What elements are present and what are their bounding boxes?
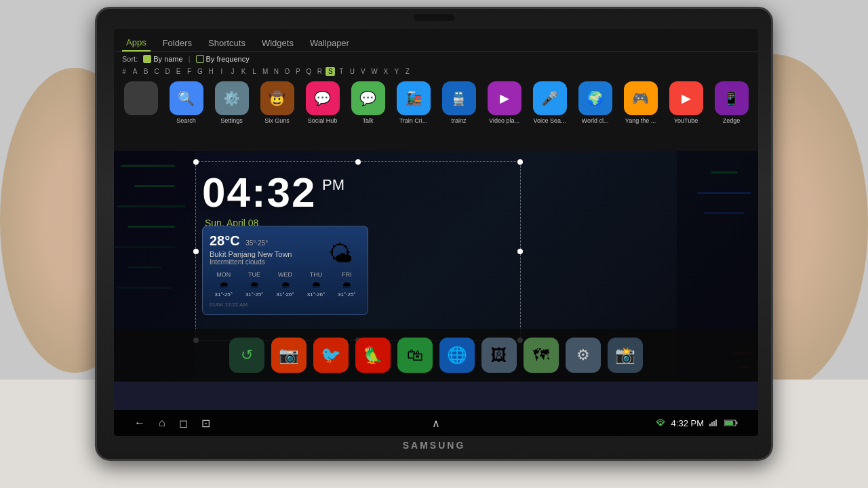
nav-back-icon[interactable]: ← xyxy=(134,417,145,429)
clock-ampm: PM xyxy=(322,176,344,194)
app-search[interactable]: 🔍 Search xyxy=(165,81,208,124)
alpha-q[interactable]: Q xyxy=(304,67,313,76)
nav-screenshot-icon[interactable]: ⊡ xyxy=(201,417,210,430)
dock-browser[interactable]: 🌐 xyxy=(439,338,475,373)
dock-gallery[interactable]: 🖼 xyxy=(481,338,517,373)
alpha-u[interactable]: U xyxy=(347,67,357,76)
sort-label: Sort: xyxy=(122,55,138,63)
svg-rect-3 xyxy=(715,420,717,426)
alpha-o[interactable]: O xyxy=(282,67,292,76)
weather-temp: 28°C xyxy=(210,233,240,248)
dock-nav[interactable]: ↺ xyxy=(229,338,264,373)
alpha-l[interactable]: L xyxy=(250,67,259,76)
resize-handle-ml[interactable] xyxy=(193,249,199,254)
alpha-f[interactable]: F xyxy=(184,67,194,76)
app-trainz-label: trainz xyxy=(451,117,466,124)
alpha-w[interactable]: W xyxy=(369,67,379,76)
alpha-x[interactable]: X xyxy=(381,67,391,76)
app-voicesearch-label: Voice Sea... xyxy=(533,117,566,124)
alpha-y[interactable]: Y xyxy=(392,67,401,76)
alpha-t[interactable]: T xyxy=(336,67,346,76)
app-yang[interactable]: 🎮 Yang the ... xyxy=(619,81,662,124)
dock-camera2[interactable]: 📸 xyxy=(608,338,643,373)
app-talk[interactable]: 💬 Talk xyxy=(347,81,389,124)
app-sixguns[interactable]: 🤠 Six Guns xyxy=(256,81,298,124)
weather-widget[interactable]: 28°C 35°·25° Bukit Panjang New Town Inte… xyxy=(202,226,368,315)
app-socialhub-label: Social Hub xyxy=(308,117,338,124)
app-worldclock[interactable]: 🌍 World cl... xyxy=(574,81,616,124)
forecast-mon-icon: 🌧 xyxy=(219,279,229,290)
tab-shortcuts[interactable]: Shortcuts xyxy=(204,35,250,51)
nav-recent-icon[interactable]: ◻ xyxy=(179,417,188,430)
resize-handle-tr[interactable] xyxy=(517,159,523,165)
dock-maps[interactable]: 🗺 xyxy=(524,338,559,373)
app-settings[interactable]: ⚙️ Settings xyxy=(210,81,253,124)
alpha-j[interactable]: J xyxy=(228,67,237,76)
dock-camera[interactable]: 📷 xyxy=(271,338,307,373)
dock-angrybirds[interactable]: 🐦 xyxy=(313,338,349,373)
alpha-h[interactable]: H xyxy=(206,67,216,76)
alpha-hash[interactable]: # xyxy=(119,67,129,76)
alpha-e[interactable]: E xyxy=(174,67,183,76)
nav-left-buttons: ← ⌂ ◻ ⊡ xyxy=(134,417,210,430)
alpha-c[interactable]: C xyxy=(152,67,161,76)
tab-wallpaper[interactable]: Wallpaper xyxy=(306,35,353,51)
app-trainz[interactable]: 🚆 trainz xyxy=(437,81,480,124)
forecast-wed: WED 🌧 31°·26° xyxy=(271,271,299,298)
dock-store[interactable]: 🛍 xyxy=(397,338,433,373)
alpha-s[interactable]: S xyxy=(326,67,335,76)
alpha-m[interactable]: M xyxy=(260,67,270,76)
alpha-i[interactable]: I xyxy=(217,67,226,76)
nav-home-icon[interactable]: ⌂ xyxy=(159,417,165,429)
app-youtube[interactable]: ▶ YouTube xyxy=(665,81,707,124)
tablet-screen: Apps Folders Shortcuts Widgets Wallpaper… xyxy=(114,29,758,436)
forecast-fri-icon: 🌧 xyxy=(342,279,351,290)
alpha-g[interactable]: G xyxy=(195,67,205,76)
app-icon-partial[interactable] xyxy=(119,81,162,117)
tab-widgets[interactable]: Widgets xyxy=(258,35,298,51)
weather-cloud-icon: 🌤 xyxy=(328,240,353,268)
resize-handle-tl[interactable] xyxy=(193,159,199,165)
sort-by-frequency[interactable]: By frequency xyxy=(196,55,250,63)
alpha-r[interactable]: R xyxy=(315,67,324,76)
app-voicesearch[interactable]: 🎤 Voice Sea... xyxy=(528,81,571,124)
resize-handle-mr[interactable] xyxy=(517,249,523,254)
svg-rect-0 xyxy=(709,424,711,426)
alpha-z[interactable]: Z xyxy=(403,67,412,76)
forecast-wed-temp: 31°·26° xyxy=(276,291,294,298)
resize-handle-tm[interactable] xyxy=(355,159,361,165)
app-traincri-label: Train Cri... xyxy=(399,117,428,124)
sort-freq-check xyxy=(196,55,204,63)
alpha-k[interactable]: K xyxy=(239,67,248,76)
nav-up-button[interactable]: ∧ xyxy=(432,417,440,430)
app-video[interactable]: ▶ Video pla... xyxy=(483,81,526,124)
forecast-tue-icon: 🌧 xyxy=(250,279,259,290)
alpha-b[interactable]: B xyxy=(141,67,151,76)
app-socialhub[interactable]: 💬 Social Hub xyxy=(301,81,344,124)
sort-by-name[interactable]: By name xyxy=(143,55,182,63)
sort-name-check xyxy=(143,55,151,63)
svg-rect-1 xyxy=(711,422,713,426)
wifi-signal-icon xyxy=(709,420,719,426)
sort-name-label: By name xyxy=(153,55,182,63)
clock-time: 04:32 xyxy=(202,169,317,216)
app-zedge[interactable]: 📱 Zedge xyxy=(710,81,753,124)
app-search-label: Search xyxy=(176,117,196,124)
alpha-n[interactable]: N xyxy=(271,67,281,76)
dock-angrybirds-rio[interactable]: 🦜 xyxy=(355,338,391,373)
alpha-p[interactable]: P xyxy=(293,67,302,76)
forecast-mon: MON 🌧 31°·25° xyxy=(210,271,237,298)
alpha-v[interactable]: V xyxy=(358,67,368,76)
app-zedge-label: Zedge xyxy=(723,117,741,124)
app-sixguns-label: Six Guns xyxy=(264,117,290,124)
tab-folders[interactable]: Folders xyxy=(159,35,196,51)
alpha-a[interactable]: A xyxy=(130,67,140,76)
alpha-d[interactable]: D xyxy=(163,67,172,76)
apps-grid: 🔍 Search ⚙️ Settings 🤠 Six Guns 💬 Social… xyxy=(114,77,758,128)
clock-widget: 04:32 PM Sun, April 08 xyxy=(202,168,514,228)
app-traincri[interactable]: 🚂 Train Cri... xyxy=(392,81,435,124)
dock-settings[interactable]: ⚙ xyxy=(566,338,601,373)
tab-apps[interactable]: Apps xyxy=(122,35,151,52)
weather-temp-range: 35°·25° xyxy=(245,239,268,247)
forecast-thu-icon: 🌧 xyxy=(311,279,321,290)
